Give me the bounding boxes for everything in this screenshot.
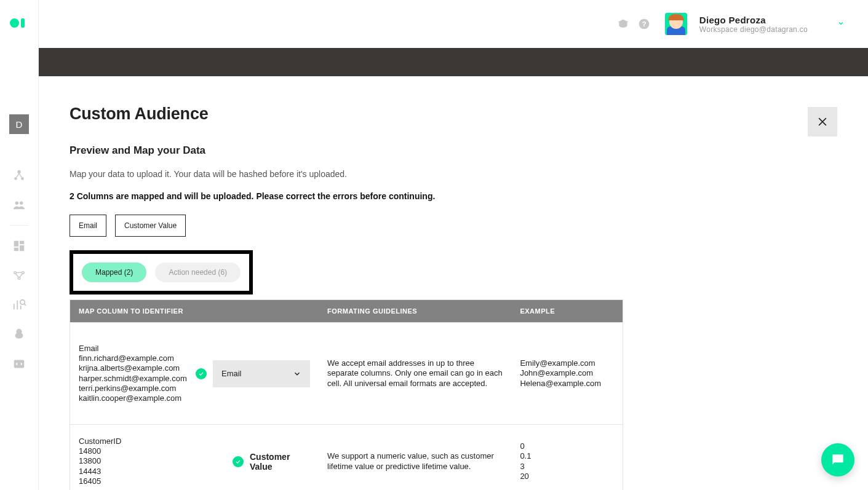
mapping-status: 2 Columns are mapped and will be uploade… xyxy=(70,191,837,201)
page-description: Map your data to upload it. Your data wi… xyxy=(70,169,837,179)
table-header: MAP COLUMN TO IDENTIFIER FORMATING GUIDE… xyxy=(70,300,623,322)
svg-point-1 xyxy=(14,177,17,180)
formatting-guideline: We accept email addresses in up to three… xyxy=(319,351,511,396)
formatting-guideline: We support a numeric value, such as cust… xyxy=(319,444,511,479)
svg-rect-6 xyxy=(20,241,24,245)
close-button[interactable] xyxy=(808,107,837,136)
mapping-table: MAP COLUMN TO IDENTIFIER FORMATING GUIDE… xyxy=(70,299,623,490)
th-example: EXAMPLE xyxy=(511,300,623,322)
workspace-badge[interactable]: D xyxy=(9,114,29,134)
table-row: CustomerID 14800 13800 14443 16405 Custo… xyxy=(70,424,623,490)
chip-email[interactable]: Email xyxy=(70,215,106,237)
mapped-identifier-label: Customer Value xyxy=(250,452,310,472)
main-content: Custom Audience Preview and Map your Dat… xyxy=(39,76,868,490)
svg-rect-5 xyxy=(14,241,18,247)
sidebar: D xyxy=(0,0,39,490)
avatar[interactable] xyxy=(665,13,687,35)
nav-integrations-icon[interactable] xyxy=(12,168,26,182)
page-title: Custom Audience xyxy=(70,105,837,124)
svg-point-4 xyxy=(20,202,23,205)
column-sample-data: CustomerID 14800 13800 14443 16405 xyxy=(79,437,226,486)
identifier-select[interactable]: Email xyxy=(213,360,310,387)
example-values: 0 0.1 3 20 xyxy=(511,434,623,489)
tab-action-needed[interactable]: Action needed (6) xyxy=(155,263,241,282)
check-icon xyxy=(196,368,207,379)
dark-banner xyxy=(39,48,868,76)
user-workspace: Workspace diego@datagran.co xyxy=(699,25,808,34)
chat-fab[interactable] xyxy=(821,443,854,476)
nav-audiences-icon[interactable] xyxy=(12,198,26,211)
chevron-down-icon[interactable] xyxy=(837,18,845,30)
nav-ml-icon[interactable] xyxy=(12,328,26,341)
tab-mapped[interactable]: Mapped (2) xyxy=(82,263,146,282)
svg-point-3 xyxy=(15,202,18,205)
mapped-chips: Email Customer Value xyxy=(70,215,837,237)
th-map-column: MAP COLUMN TO IDENTIFIER xyxy=(70,300,319,322)
nav-analytics-icon[interactable] xyxy=(12,298,26,312)
page-subtitle: Preview and Map your Data xyxy=(70,144,837,157)
table-row: Email finn.richard@example.com krijna.al… xyxy=(70,322,623,424)
check-icon xyxy=(233,456,244,467)
help-icon[interactable]: ? xyxy=(638,18,650,30)
select-value: Email xyxy=(221,369,242,378)
graduation-cap-icon[interactable] xyxy=(617,18,629,30)
svg-rect-7 xyxy=(20,245,24,251)
user-menu[interactable]: Diego Pedroza Workspace diego@datagran.c… xyxy=(699,15,808,34)
svg-text:?: ? xyxy=(642,20,646,28)
svg-point-11 xyxy=(18,277,20,280)
chevron-down-icon xyxy=(293,369,301,378)
svg-point-2 xyxy=(21,177,24,180)
nav-dashboard-icon[interactable] xyxy=(12,239,26,253)
example-values: Emily@example.com John@example.com Helen… xyxy=(511,351,623,396)
nav-code-icon[interactable] xyxy=(12,357,26,371)
tab-bar: Mapped (2) Action needed (6) xyxy=(70,250,253,294)
chip-customer-value[interactable]: Customer Value xyxy=(115,215,186,237)
user-name: Diego Pedroza xyxy=(699,15,808,25)
column-sample-data: Email finn.richard@example.com krijna.al… xyxy=(79,344,189,404)
th-formatting: FORMATING GUIDELINES xyxy=(319,300,511,322)
svg-point-12 xyxy=(20,300,25,304)
logo[interactable] xyxy=(10,17,28,28)
svg-point-9 xyxy=(14,272,17,274)
svg-point-0 xyxy=(17,170,21,174)
svg-point-10 xyxy=(22,272,25,274)
nav-pipeline-icon[interactable] xyxy=(12,269,26,282)
svg-rect-8 xyxy=(14,248,18,251)
topbar: ? Diego Pedroza Workspace diego@datagran… xyxy=(39,0,868,48)
svg-rect-13 xyxy=(14,360,25,368)
